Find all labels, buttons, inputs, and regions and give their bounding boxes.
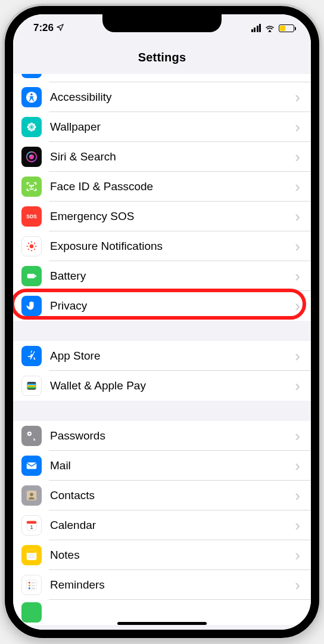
battery-icon [21, 266, 42, 286]
svg-point-36 [30, 493, 33, 496]
row-label: Battery [50, 270, 295, 283]
svg-point-18 [31, 242, 32, 243]
location-icon [56, 23, 64, 33]
settings-row-contacts[interactable]: Contacts› [13, 481, 311, 510]
exposure-icon [21, 236, 42, 256]
row-label: Siri & Search [50, 150, 295, 163]
row-label: Emergency SOS [50, 210, 295, 223]
appstore-icon [21, 346, 42, 366]
phone-frame: 7:26 Settings Accessibility›Wallpaper›Si… [5, 6, 319, 638]
svg-point-25 [34, 249, 35, 250]
svg-rect-41 [27, 550, 37, 553]
settings-row-accessibility[interactable]: Accessibility› [13, 82, 311, 112]
blue-partial [21, 74, 42, 78]
settings-row-siri[interactable]: Siri & Search› [13, 142, 311, 172]
svg-rect-27 [35, 275, 36, 277]
chevron-right-icon: › [295, 88, 300, 107]
svg-point-20 [27, 246, 28, 247]
settings-row-notes[interactable]: Notes› [13, 540, 311, 570]
flower-icon [21, 117, 42, 137]
settings-row-partial-bottom [13, 600, 311, 625]
mail-icon [21, 456, 42, 476]
svg-point-10 [33, 128, 35, 131]
chevron-right-icon: › [295, 237, 300, 256]
svg-point-46 [29, 584, 30, 586]
status-left: 7:26 [33, 22, 64, 34]
settings-row-passwords[interactable]: Passwords› [13, 421, 311, 451]
wallet-icon [21, 376, 42, 396]
settings-row-mail[interactable]: Mail› [13, 451, 311, 481]
settings-group: Accessibility›Wallpaper›Siri & Search›Fa… [13, 74, 311, 321]
svg-point-4 [30, 129, 33, 131]
group-separator [13, 401, 311, 421]
chevron-right-icon: › [295, 546, 300, 565]
row-label: App Store [50, 349, 295, 363]
blank-icon [21, 602, 42, 623]
chevron-right-icon: › [295, 267, 300, 286]
chevron-right-icon: › [295, 487, 300, 505]
svg-point-11 [30, 126, 33, 129]
settings-list[interactable]: Accessibility›Wallpaper›Siri & Search›Fa… [13, 74, 311, 630]
face-icon [21, 177, 42, 197]
svg-point-3 [30, 122, 33, 125]
row-label: Contacts [50, 489, 295, 502]
chevron-right-icon: › [295, 516, 300, 535]
svg-point-9 [28, 128, 30, 131]
settings-row-battery[interactable]: Battery› [13, 261, 311, 291]
battery-icon [279, 24, 294, 32]
key-icon [21, 426, 42, 446]
settings-row-privacy[interactable]: Privacy› [13, 291, 311, 321]
svg-point-21 [35, 246, 36, 247]
settings-row-partial-top [13, 74, 311, 82]
chevron-right-icon: › [295, 457, 300, 475]
row-label: Passwords [50, 429, 295, 442]
siri-icon [21, 147, 42, 167]
svg-point-0 [269, 30, 270, 31]
svg-point-17 [30, 244, 33, 248]
settings-row-wallet[interactable]: Wallet & Apple Pay› [13, 371, 311, 401]
settings-row-faceid[interactable]: Face ID & Passcode› [13, 172, 311, 202]
sos-icon: SOS [21, 206, 42, 227]
wifi-icon [264, 24, 275, 32]
home-indicator[interactable] [117, 622, 207, 625]
svg-rect-26 [27, 274, 35, 278]
row-label: Reminders [50, 578, 295, 592]
svg-point-7 [28, 123, 30, 126]
settings-row-reminders[interactable]: Reminders› [13, 570, 311, 600]
svg-rect-34 [27, 463, 37, 469]
svg-text:SOS: SOS [26, 214, 37, 219]
chevron-right-icon: › [295, 208, 300, 226]
settings-row-exposure[interactable]: Exposure Notifications› [13, 231, 311, 261]
svg-point-23 [34, 243, 35, 244]
settings-row-calendar[interactable]: 1Calendar› [13, 510, 311, 540]
svg-point-45 [29, 582, 30, 584]
calendar-icon: 1 [21, 515, 42, 535]
settings-row-sos[interactable]: SOSEmergency SOS› [13, 202, 311, 231]
notch [102, 13, 222, 32]
screen: 7:26 Settings Accessibility›Wallpaper›Si… [13, 14, 311, 630]
settings-group: App Store›Wallet & Apple Pay› [13, 341, 311, 401]
hand-icon [21, 296, 42, 316]
svg-point-13 [29, 154, 34, 159]
settings-row-appstore[interactable]: App Store› [13, 341, 311, 371]
cellular-icon [251, 24, 261, 32]
svg-point-14 [30, 185, 30, 185]
chevron-right-icon: › [295, 576, 300, 595]
nav-header: Settings [13, 42, 311, 74]
svg-point-2 [30, 93, 32, 95]
chevron-right-icon: › [295, 347, 300, 366]
svg-point-47 [29, 587, 30, 589]
svg-point-6 [33, 126, 36, 128]
settings-row-wallpaper[interactable]: Wallpaper› [13, 112, 311, 142]
chevron-right-icon: › [295, 427, 300, 445]
row-label: Mail [50, 459, 295, 472]
svg-point-33 [29, 433, 30, 435]
notes-icon [21, 545, 42, 565]
contacts-icon [21, 485, 42, 506]
chevron-right-icon: › [295, 118, 300, 137]
row-label: Wallpaper [50, 120, 295, 134]
chevron-right-icon: › [295, 377, 300, 395]
row-label: Calendar [50, 519, 295, 532]
status-time: 7:26 [33, 22, 54, 34]
svg-rect-38 [27, 521, 37, 524]
